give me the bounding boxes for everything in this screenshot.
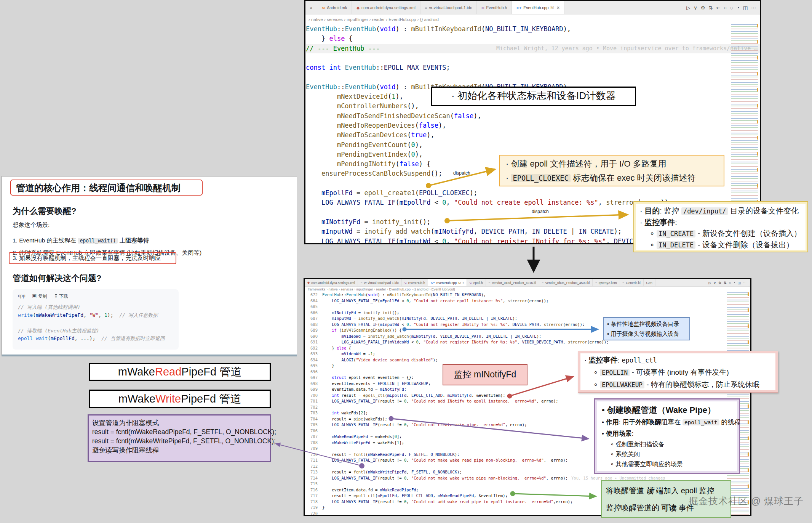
top-editor-tabbar: aMAndroid.mk◆com.android.dyna.settings.x…	[305, 1, 760, 14]
nonblock-line: result = fcntl(mWakeReadPipeFd, F_SETFL,…	[92, 427, 267, 436]
back-icon[interactable]: ⇠	[716, 5, 720, 11]
gear-icon[interactable]: ⚙	[718, 281, 721, 285]
source-control-icon[interactable]: ⇅	[708, 5, 713, 11]
file-type-icon: C	[481, 6, 484, 10]
tab-Gen[interactable]: Gen	[644, 279, 655, 286]
file-type-icon: C+	[516, 6, 521, 10]
gear-icon[interactable]: ⚙	[701, 5, 705, 11]
bottom-editor-toolbar: ▷∨⚙⇅○◔◫⋯	[705, 279, 750, 286]
tab-vr-virtual-touchpad-1.idc[interactable]: ≡vr-virtual-touchpad-1.idc	[420, 1, 477, 14]
code-line: mNeedToSendFinishedDeviceScan(false),	[306, 111, 760, 121]
line-number: 711	[305, 457, 322, 464]
run-icon[interactable]: ▷	[708, 281, 711, 285]
code-line	[306, 72, 760, 82]
file-type-icon: C	[404, 281, 407, 284]
line-number: 699	[305, 387, 322, 393]
line-number: 693	[305, 351, 322, 357]
callout-line: · EPOLL_CLOEXEC 标志确保在 exec 时关闭该描述符	[506, 171, 718, 185]
tab-label: com.android.dyna.settings.xml	[361, 5, 416, 10]
line-number: 697	[305, 375, 322, 381]
copy-icon: ▣	[32, 294, 37, 299]
circle-dim-icon[interactable]: ◌	[730, 5, 733, 11]
run-circle-icon[interactable]: ◔	[733, 281, 735, 285]
more-actions-icon[interactable]: ⋯	[751, 5, 756, 11]
callout-line: ∘ IN_DELETE - 设备文件删除（设备拔出）	[640, 239, 802, 251]
line-number: 687	[305, 316, 322, 322]
code-line: } else {	[306, 34, 760, 43]
close-icon[interactable]: ✕	[556, 5, 560, 10]
line-number: 704	[305, 416, 322, 422]
tab-Generic.kl[interactable]: ≡Generic.kl	[620, 279, 644, 286]
snippet-code: // 写入端 (其他线程调用) write(mWakeWritePipeFd, …	[18, 303, 173, 343]
tab-EventHub.cpp[interactable]: C+EventHub.cppM✕	[512, 1, 565, 14]
dispatch-label: dispatch	[532, 209, 549, 214]
tab-a[interactable]: a	[305, 1, 317, 14]
callout-line: • 创建唤醒管道（Wake Pipe）	[602, 404, 732, 417]
line-number: 707	[305, 434, 322, 440]
line-number: 701	[305, 398, 322, 404]
modified-badge: M	[458, 281, 461, 285]
tab-label: Vendor_0b05_Product_4500.kl	[545, 281, 590, 285]
line-number: 698	[305, 381, 322, 387]
more-actions-icon[interactable]: ⋯	[743, 281, 746, 285]
tab-com.android.dyna.settings.xml[interactable]: ◆com.android.dyna.settings.xml	[305, 279, 358, 286]
wake-pipe-callout-box: • 创建唤醒管道（Wake Pipe） • 作用: 用于外部唤醒阻塞在 epol…	[594, 398, 740, 474]
tab-label: EventHub.cpp	[436, 281, 457, 285]
download-button[interactable]: ↧ 下载	[54, 293, 68, 300]
code-line: 672EventHub::EventHub(void) : mBuiltInKe…	[305, 292, 750, 298]
watermark: 掘金技术社区 @ 煤球王子	[689, 495, 804, 507]
line-number: 714	[305, 475, 322, 481]
source-control-icon[interactable]: ⇅	[724, 281, 727, 285]
line-number: 690	[305, 334, 322, 340]
tab-Vendor_0b05_Product_4500.kl[interactable]: ≡Vendor_0b05_Product_4500.kl	[539, 279, 593, 286]
epoll-events-callout-box: · 监控事件: epoll_ctl ∘ EPOLLIN - 可读事件 (inot…	[578, 351, 778, 393]
run-dropdown-icon[interactable]: ∨	[713, 281, 716, 285]
run-dropdown-icon[interactable]: ∨	[694, 5, 697, 11]
tab-epoll.h[interactable]: Cepoll.h	[467, 279, 486, 286]
breadcrumb[interactable]: › native › services › inputflinger › rea…	[305, 14, 760, 24]
callout-line: • 作用: 用于外部唤醒阻塞在 epoll_wait 的线程	[602, 417, 732, 428]
bottom-editor-tabbar: ◆com.android.dyna.settings.xml≡vr-virtua…	[305, 279, 750, 287]
run-icon[interactable]: ▷	[686, 5, 690, 11]
breadcrumb[interactable]: frameworks › native › services › inputfl…	[305, 287, 750, 292]
tab-qwerty2.kcm[interactable]: ≡qwerty2.kcm	[593, 279, 620, 286]
line-number: 717	[305, 493, 322, 499]
code-line: mNeedToScanDevices(true),	[306, 130, 760, 140]
snippet-language-label: cpp	[18, 293, 25, 300]
code-line: EventHub::EventHub(void) : mBuiltInKeybo…	[306, 24, 760, 34]
run-circle-icon[interactable]: ◔	[737, 5, 740, 11]
notes-item-1: 1. EventHub 的主线程在 epoll_wait() 上阻塞等待	[13, 237, 149, 245]
notes-title: 管道的核心作用：线程间通信和唤醒机制	[10, 180, 203, 196]
tab-com.android.dyna.settings.xml[interactable]: ◆com.android.dyna.settings.xml	[352, 1, 420, 14]
tab-Vendor_046d_Product_c216.kl[interactable]: ≡Vendor_046d_Product_c216.kl	[486, 279, 539, 286]
line-number: 694	[305, 357, 322, 363]
line-number: 684	[305, 298, 322, 304]
tab-EventHub.h[interactable]: CEventHub.h	[477, 1, 512, 14]
monitor-inotify-label: 监控 mINotifyFd	[443, 364, 527, 385]
tab-label: EventHub.h	[408, 281, 425, 285]
line-number: 710	[305, 452, 322, 458]
tab-Android.mk[interactable]: MAndroid.mk	[317, 1, 352, 14]
callout-line: · 目的: 监控 /dev/input/ 目录的设备文件变化	[640, 205, 802, 217]
split-editor-icon[interactable]: ◫	[737, 281, 741, 285]
tab-vr-virtual-touchpad-1.idc[interactable]: ≡vr-virtual-touchpad-1.idc	[358, 279, 402, 286]
circle-icon[interactable]: ○	[724, 5, 727, 11]
epoll-create-callout-box: · 创建 epoll 文件描述符，用于 I/O 多路复用 · EPOLL_CLO…	[499, 155, 724, 186]
file-type-icon: ≡	[489, 281, 491, 284]
line-number: 696	[305, 369, 322, 375]
tab-label: com.android.dyna.settings.xml	[311, 281, 355, 285]
tab-EventHub.h[interactable]: CEventHub.h	[402, 279, 428, 286]
tab-label: Android.mk	[327, 5, 347, 10]
code-line: const int EventHub::EPOLL_MAX_EVENTS;	[306, 63, 760, 72]
line-number: 692	[305, 345, 322, 351]
callout-line: ∘ EPOLLIN - 可读事件 (inotify 有事件发生)	[584, 366, 772, 379]
tab-label: vr-virtual-touchpad-1.idc	[364, 281, 399, 285]
split-editor-icon[interactable]: ◫	[743, 5, 748, 11]
download-icon: ↧	[54, 294, 58, 299]
circle-icon[interactable]: ○	[729, 281, 731, 285]
copy-button[interactable]: ▣ 复制	[32, 293, 47, 300]
code-line: mNeedToReopenDevices(false),	[306, 121, 760, 130]
tab-EventHub.cpp[interactable]: C+EventHub.cppM●	[428, 279, 467, 286]
notes-scene-label: 想象这个场景:	[13, 221, 50, 229]
line-number: 688	[305, 322, 322, 328]
